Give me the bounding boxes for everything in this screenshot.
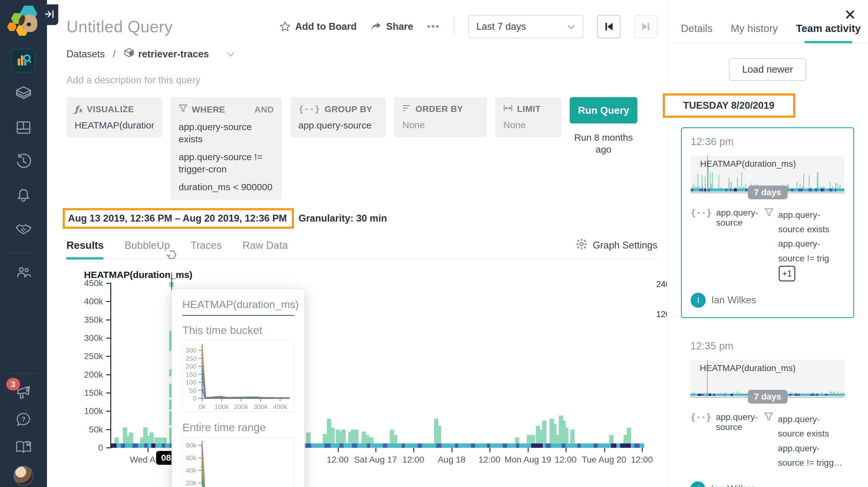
collapse-arrow-icon bbox=[45, 10, 54, 20]
time-range-badge: 7 days bbox=[748, 390, 787, 404]
load-newer-button[interactable]: Load newer bbox=[729, 58, 806, 81]
heatmap-cell[interactable] bbox=[570, 430, 575, 444]
card-query-thumbnail[interactable]: HEATMAP(duration_ms)7 days bbox=[690, 360, 845, 398]
honeycomb-logo[interactable] bbox=[7, 5, 40, 36]
panel-tab-team-activity[interactable]: Team activity bbox=[796, 23, 861, 42]
heatmap-cell[interactable] bbox=[306, 432, 311, 444]
sidebar-item-query[interactable] bbox=[11, 48, 36, 73]
share-button[interactable]: Share bbox=[370, 21, 413, 32]
group-by-box[interactable]: {··} GROUP BY app.query-source bbox=[290, 97, 386, 138]
where-box[interactable]: WHERE AND app.query-source existsapp.que… bbox=[170, 97, 282, 200]
svg-text:100: 100 bbox=[186, 378, 196, 386]
heatmap-band-segment bbox=[402, 444, 405, 448]
limit-box[interactable]: LIMIT None bbox=[495, 97, 561, 137]
svg-text:100k: 100k bbox=[214, 403, 229, 410]
y-axis-label: 50k bbox=[89, 425, 103, 435]
y-axis-label: 250k bbox=[84, 351, 103, 361]
svg-text:250: 250 bbox=[186, 355, 196, 362]
more-filters-badge[interactable]: +1 bbox=[779, 266, 795, 282]
card-timestamp: 12:35 pm bbox=[690, 340, 845, 352]
where-clause[interactable]: app.query-source != trigger-cron bbox=[179, 151, 274, 175]
sidebar-item-history[interactable] bbox=[11, 150, 36, 174]
group-by-label: GROUP BY bbox=[324, 104, 372, 114]
where-clause[interactable]: app.query-source exists bbox=[179, 121, 274, 145]
sidebar-item-announcements[interactable]: 3 bbox=[11, 382, 36, 402]
x-tick bbox=[604, 448, 605, 452]
heatmap-cell[interactable] bbox=[564, 428, 568, 444]
tab-traces[interactable]: Traces bbox=[190, 235, 222, 258]
page-title[interactable]: Untitled Query bbox=[66, 17, 173, 36]
heatmap-cell[interactable] bbox=[162, 437, 167, 444]
heatmap-cell[interactable] bbox=[114, 437, 119, 444]
activity-card[interactable]: 12:35 pmHEATMAP(duration_ms)7 days{··}ap… bbox=[681, 332, 854, 487]
time-range-badge: 7 days bbox=[748, 185, 787, 199]
order-by-box[interactable]: ORDER BY None bbox=[394, 97, 487, 137]
y-axis-label: 400k bbox=[84, 297, 103, 306]
heatmap-cell[interactable] bbox=[531, 435, 535, 444]
heatmap-cell[interactable] bbox=[515, 437, 519, 444]
tab-raw-data[interactable]: Raw Data bbox=[243, 235, 288, 258]
activity-card[interactable]: 12:36 pmHEATMAP(duration_ms)7 days{··}ap… bbox=[681, 127, 854, 318]
graph-settings-button[interactable]: Graph Settings bbox=[576, 238, 657, 258]
skip-to-end-button[interactable] bbox=[634, 15, 657, 38]
toolbar-divider bbox=[454, 17, 454, 36]
sidebar-item-help[interactable]: ? bbox=[11, 411, 36, 430]
heatmap-cell[interactable] bbox=[129, 432, 133, 444]
heatmap-cell[interactable] bbox=[369, 437, 374, 444]
user-avatar[interactable] bbox=[13, 466, 34, 486]
heatmap-cell[interactable] bbox=[341, 430, 346, 444]
card-meta-row: {··}app.query-sourceapp.query-source exi… bbox=[691, 208, 844, 281]
heatmap-cell[interactable] bbox=[393, 435, 397, 444]
sidebar-item-boards[interactable] bbox=[11, 116, 36, 141]
sidebar-collapse-toggle[interactable] bbox=[41, 4, 58, 25]
dataset-icon bbox=[124, 48, 134, 61]
y-tick bbox=[106, 374, 111, 375]
svg-text:80k: 80k bbox=[186, 442, 196, 449]
heatmap-band-segment bbox=[487, 444, 490, 448]
tab-bubbleup[interactable]: BubbleUp bbox=[124, 235, 170, 258]
svg-text:0: 0 bbox=[193, 395, 196, 402]
heatmap-cell[interactable] bbox=[323, 434, 327, 444]
query-description-field[interactable]: Add a description for this query bbox=[66, 74, 657, 86]
panel-tab-my-history[interactable]: My history bbox=[731, 23, 778, 42]
heatmap-cell[interactable] bbox=[609, 435, 614, 444]
sidebar-item-docs[interactable] bbox=[11, 439, 36, 457]
tab-results[interactable]: Results bbox=[66, 235, 104, 258]
y-tick bbox=[106, 356, 111, 357]
run-query-button[interactable]: Run Query bbox=[570, 97, 638, 123]
card-query-thumbnail[interactable]: HEATMAP(duration_ms)7 days bbox=[691, 156, 844, 193]
time-range-select[interactable]: Last 7 days bbox=[468, 15, 584, 38]
panel-tab-details[interactable]: Details bbox=[681, 23, 713, 42]
share-label: Share bbox=[386, 21, 413, 32]
skip-to-start-button[interactable] bbox=[597, 15, 620, 38]
heatmap-cell[interactable] bbox=[527, 435, 531, 444]
heatmap-cell[interactable] bbox=[437, 426, 441, 444]
visualize-label: VISUALIZE bbox=[87, 104, 134, 114]
card-filters: app.query-source existsapp.query-source … bbox=[764, 208, 844, 281]
sidebar-item-team[interactable] bbox=[11, 261, 36, 285]
heatmap-cell[interactable] bbox=[542, 421, 547, 444]
y-tick bbox=[106, 283, 111, 284]
heatmap-cell[interactable] bbox=[354, 430, 359, 444]
author-name: Ian Wilkes bbox=[711, 483, 756, 487]
x-axis-label: Mon Aug 19 bbox=[504, 455, 551, 465]
heatmap-cell[interactable] bbox=[330, 428, 335, 444]
sidebar-item-slos[interactable] bbox=[11, 217, 36, 242]
tooltip-title: HEATMAP(duration_ms) bbox=[182, 298, 294, 316]
breadcrumb-dataset[interactable]: retriever-traces bbox=[124, 48, 209, 61]
sidebar-item-triggers[interactable] bbox=[11, 184, 36, 208]
visualize-box[interactable]: ƒx VISUALIZE HEATMAP(duration_ms bbox=[66, 97, 162, 138]
time-range-value: Last 7 days bbox=[476, 21, 526, 32]
more-menu-button[interactable]: ••• bbox=[427, 21, 440, 32]
sidebar-item-datasets[interactable] bbox=[11, 82, 36, 106]
breadcrumb-datasets[interactable]: Datasets bbox=[66, 49, 105, 60]
heatmap-cell[interactable] bbox=[365, 435, 369, 444]
heatmap-cell[interactable] bbox=[158, 437, 162, 444]
card-author: IIan Wilkes bbox=[690, 481, 845, 487]
where-clause[interactable]: duration_ms < 900000 bbox=[179, 181, 274, 193]
add-to-board-button[interactable]: Add to Board bbox=[280, 21, 356, 32]
dataset-chevron-icon[interactable] bbox=[226, 49, 235, 60]
close-icon[interactable]: ✕ bbox=[844, 7, 856, 22]
heatmap-cell[interactable] bbox=[150, 432, 154, 444]
heatmap-cell[interactable] bbox=[627, 428, 631, 444]
